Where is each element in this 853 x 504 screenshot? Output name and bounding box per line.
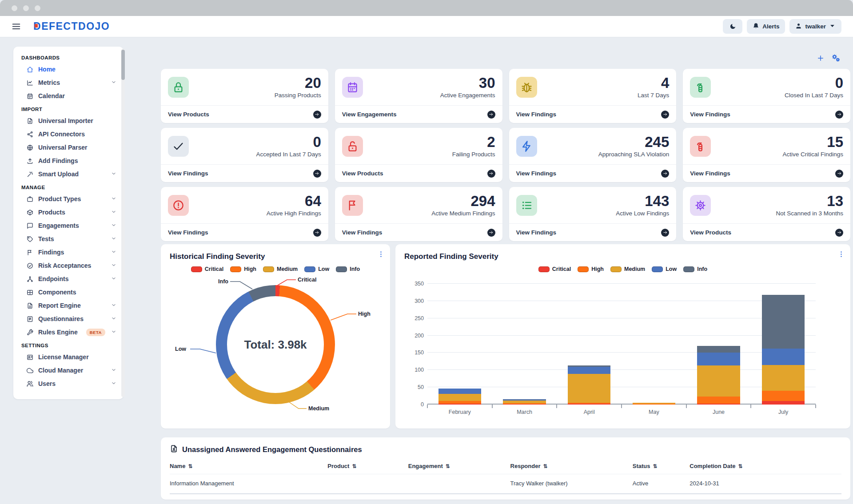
scrollbar-thumb[interactable] xyxy=(121,50,125,80)
bar-segment-critical xyxy=(697,404,740,405)
sidebar-item-components[interactable]: Components xyxy=(13,286,124,299)
stat-card-footer-link[interactable]: View Findings xyxy=(161,223,328,241)
column-header-engagement[interactable]: Engagement⇅ xyxy=(408,463,510,469)
sidebar-item-add-findings[interactable]: Add Findings xyxy=(13,154,124,167)
stat-card-footer-link[interactable]: View Products xyxy=(683,223,850,241)
sidebar-item-universal-parser[interactable]: Universal Parser xyxy=(13,141,124,154)
legend-swatch xyxy=(230,266,241,272)
chart-menu-button[interactable] xyxy=(377,250,385,259)
sidebar-item-license-manager[interactable]: License Manager xyxy=(13,350,124,364)
sidebar-item-smart-upload[interactable]: Smart Upload xyxy=(13,167,124,181)
sidebar-item-product-types[interactable]: Product Types xyxy=(13,192,124,206)
sort-icon[interactable]: ⇅ xyxy=(352,463,356,469)
table-header-row: Name⇅Product⇅Engagement⇅Responder⇅Status… xyxy=(170,460,841,474)
sidebar-item-api-connectors[interactable]: API Connectors xyxy=(13,127,124,141)
legend-label: Info xyxy=(350,266,360,272)
sidebar-item-home[interactable]: Home xyxy=(13,63,124,76)
sidebar-item-universal-importer[interactable]: Universal Importer xyxy=(13,114,124,127)
charts-row: Historical Finding Severity CriticalHigh… xyxy=(161,244,850,429)
sort-icon[interactable]: ⇅ xyxy=(188,463,192,469)
column-header-status[interactable]: Status⇅ xyxy=(633,463,690,469)
sidebar-item-rules-engine[interactable]: Rules EngineBETA xyxy=(13,325,124,339)
stat-card-metric: 0Closed In Last 7 Days xyxy=(785,75,843,99)
dark-mode-toggle[interactable] xyxy=(723,19,742,34)
sidebar-item-endpoints[interactable]: Endpoints xyxy=(13,272,124,286)
table-title: Unassigned Answered Engagement Questionn… xyxy=(182,445,362,454)
stat-card-footer-link[interactable]: View Findings xyxy=(335,223,502,241)
legend-item-high[interactable]: High xyxy=(578,266,604,272)
alerts-button[interactable]: Alerts xyxy=(747,19,785,34)
window-control-icon[interactable] xyxy=(35,5,40,11)
sidebar-item-engagements[interactable]: Engagements xyxy=(13,219,124,232)
stat-card-footer-link[interactable]: View Products xyxy=(335,164,502,182)
sidebar-item-users[interactable]: Users xyxy=(13,377,124,390)
stat-card-metric: 2Failing Products xyxy=(452,135,495,158)
column-header-name[interactable]: Name⇅ xyxy=(170,463,327,469)
sidebar-item-calendar[interactable]: Calendar xyxy=(13,89,124,103)
user-menu-button[interactable]: twalker xyxy=(789,19,841,34)
stat-card-icon-tile xyxy=(690,136,711,157)
sidebar-item-risk-acceptances[interactable]: Risk Acceptances xyxy=(13,259,124,272)
x-axis-category-label: March xyxy=(492,409,557,415)
sidebar-scrollbar[interactable] xyxy=(121,49,125,397)
stat-card-footer-link[interactable]: View Products xyxy=(161,105,328,123)
sidebar-item-questionnaires[interactable]: Questionnaires xyxy=(13,312,124,325)
x-axis-labels: FebruaryMarchAprilMayJuneJuly xyxy=(427,409,816,415)
sidebar-item-report-engine[interactable]: Report Engine xyxy=(13,299,124,312)
bar-segment-low xyxy=(697,353,740,365)
window-control-icon[interactable] xyxy=(12,5,17,11)
sidebar-item-tests[interactable]: Tests xyxy=(13,232,124,246)
legend-item-low[interactable]: Low xyxy=(304,266,329,272)
legend-item-medium[interactable]: Medium xyxy=(263,266,298,272)
stat-card-footer-link[interactable]: View Findings xyxy=(509,223,677,241)
legend-item-medium[interactable]: Medium xyxy=(610,266,645,272)
stat-value: 245 xyxy=(598,135,670,150)
window-control-icon[interactable] xyxy=(23,5,29,11)
x-axis-tick xyxy=(492,405,493,408)
column-header-product[interactable]: Product⇅ xyxy=(327,463,408,469)
column-label: Responder xyxy=(510,463,541,469)
sort-icon[interactable]: ⇅ xyxy=(543,463,547,469)
legend-item-high[interactable]: High xyxy=(230,266,256,272)
stat-footer-label: View Findings xyxy=(690,111,730,118)
sidebar-item-products[interactable]: Products xyxy=(13,206,124,219)
menu-button[interactable] xyxy=(12,22,21,31)
stat-footer-label: View Findings xyxy=(516,170,557,177)
stat-footer-label: View Findings xyxy=(690,170,730,177)
x-axis-tick xyxy=(621,405,622,408)
sort-icon[interactable]: ⇅ xyxy=(446,463,450,469)
legend-item-critical[interactable]: Critical xyxy=(538,266,571,272)
donut-leader-lines xyxy=(170,277,381,412)
share-icon xyxy=(27,131,33,138)
stat-card-footer-link[interactable]: View Findings xyxy=(161,164,328,182)
column-header-responder[interactable]: Responder⇅ xyxy=(510,463,633,469)
questionnaires-table: Name⇅Product⇅Engagement⇅Responder⇅Status… xyxy=(170,460,841,494)
stat-card-footer-link[interactable]: View Findings xyxy=(509,164,677,182)
flag-icon xyxy=(27,249,33,256)
app-logo[interactable]: DEFECTDOJO xyxy=(33,20,110,32)
y-axis-tick-label: 150 xyxy=(406,349,424,356)
sidebar-item-metrics[interactable]: Metrics xyxy=(13,76,124,89)
sort-icon[interactable]: ⇅ xyxy=(653,463,657,469)
chevron-icon xyxy=(111,302,116,308)
sort-icon[interactable]: ⇅ xyxy=(738,463,743,469)
legend-item-info[interactable]: Info xyxy=(336,266,360,272)
column-header-completion-date[interactable]: Completion Date⇅ xyxy=(690,463,841,469)
bar-slot xyxy=(751,284,816,405)
stat-card-metric: 143Active Low Findings xyxy=(616,194,669,217)
chart-menu-button[interactable] xyxy=(837,250,845,259)
sidebar-item-cloud-manager[interactable]: Cloud Manager xyxy=(13,364,124,377)
sidebar-item-findings[interactable]: Findings xyxy=(13,246,124,259)
stat-card-footer-link[interactable]: View Findings xyxy=(509,105,677,123)
stat-card-footer-link[interactable]: View Findings xyxy=(683,164,850,182)
legend-item-critical[interactable]: Critical xyxy=(191,266,223,272)
cloud-icon xyxy=(27,367,33,374)
stat-card-footer-link[interactable]: View Engagements xyxy=(335,105,502,123)
stat-value: 30 xyxy=(440,75,495,91)
configure-dashboard-button[interactable] xyxy=(831,53,841,63)
legend-item-info[interactable]: Info xyxy=(683,266,707,272)
table-row[interactable]: Information ManagementTracy Walker (twal… xyxy=(170,474,841,494)
add-widget-button[interactable] xyxy=(817,54,825,62)
stat-card-footer-link[interactable]: View Findings xyxy=(683,105,850,123)
legend-item-low[interactable]: Low xyxy=(652,266,677,272)
